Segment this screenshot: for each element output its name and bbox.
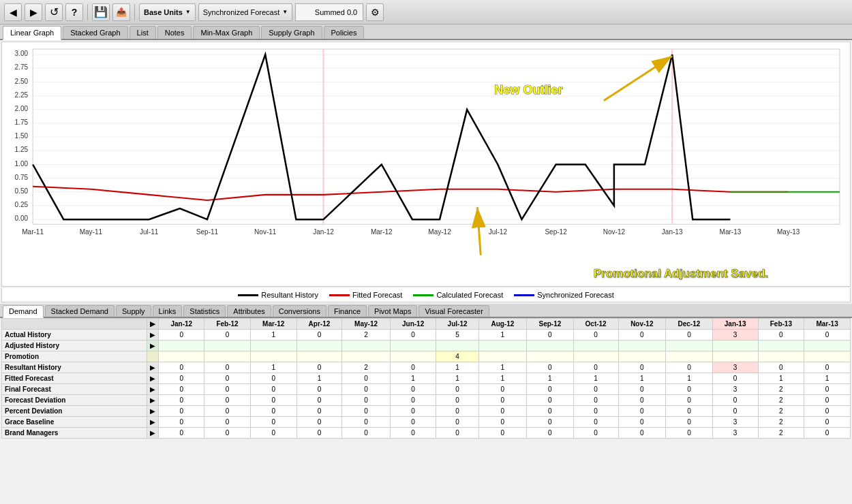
svg-text:May-13: May-13	[777, 228, 800, 236]
chart-area: 3.00 2.75 2.50 2.25 2.00 1.75 1.50 1.25 …	[1, 42, 851, 287]
tab-linear-graph[interactable]: Linear Graph	[3, 26, 61, 40]
sync-forecast-label: Synchronized Forecast	[203, 8, 280, 16]
help-button[interactable]: ?	[65, 3, 83, 21]
col-header-jun12: Jun-12	[390, 319, 436, 330]
sync-forecast-arrow: ▼	[282, 9, 288, 15]
svg-text:1.75: 1.75	[15, 119, 29, 126]
row-flag-resultant[interactable]: ▶	[147, 362, 159, 373]
svg-text:Jul-12: Jul-12	[489, 228, 508, 236]
svg-text:2.00: 2.00	[15, 105, 29, 112]
sync-forecast-dropdown[interactable]: Synchronized Forecast ▼	[198, 3, 292, 21]
bottom-section: Demand Stacked Demand Supply Links Stati…	[0, 304, 852, 439]
export-button[interactable]: 📤	[112, 3, 130, 21]
refresh-button[interactable]: ↺	[45, 3, 63, 21]
row-flag-adjusted-history[interactable]: ▶	[147, 341, 159, 351]
legend-fitted-forecast: Fitted Forecast	[329, 291, 402, 299]
legend-resultant-history: Resultant History	[238, 291, 318, 299]
row-resultant-history: Resultant History ▶ 0 0 1 0 2 0 1 1 0 0 …	[2, 362, 851, 373]
btab-links[interactable]: Links	[153, 305, 183, 317]
btab-demand[interactable]: Demand	[3, 305, 44, 318]
save-button[interactable]: 💾	[92, 3, 110, 21]
svg-text:0.50: 0.50	[15, 187, 29, 195]
svg-text:2.75: 2.75	[15, 63, 29, 71]
svg-text:New Outlier: New Outlier	[494, 83, 562, 97]
table-header-row: ▶ Jan-12 Feb-12 Mar-12 Apr-12 May-12 Jun…	[2, 319, 851, 330]
tab-minmax-graph[interactable]: Min-Max Graph	[193, 26, 260, 39]
row-label-brand: Brand Managers	[2, 428, 147, 439]
svg-text:Nov-12: Nov-12	[603, 228, 626, 236]
row-label-resultant: Resultant History	[2, 362, 147, 373]
tab-list[interactable]: List	[130, 26, 156, 39]
svg-text:0.75: 0.75	[15, 174, 29, 181]
chart-legend: Resultant History Fitted Forecast Calcul…	[1, 288, 851, 302]
col-header-dec12: Dec-12	[666, 319, 713, 330]
tab-supply-graph[interactable]: Supply Graph	[261, 26, 322, 39]
row-promotion: Promotion 4	[2, 351, 851, 362]
promo-annotation: Promotional Adjustment Saved.	[594, 267, 768, 281]
summed-display: Summed 0.0	[295, 3, 363, 21]
btab-stacked-demand[interactable]: Stacked Demand	[45, 305, 115, 317]
row-flag-promotion[interactable]	[147, 351, 159, 362]
row-label-adjusted-history: Adjusted History	[2, 341, 147, 351]
col-header-apr12: Apr-12	[296, 319, 342, 330]
svg-text:Sep-11: Sep-11	[196, 228, 219, 236]
svg-text:1.50: 1.50	[15, 132, 29, 140]
legend-calculated-forecast: Calculated Forecast	[413, 291, 503, 299]
btab-conversions[interactable]: Conversions	[273, 305, 326, 317]
legend-sync-forecast: Synchronized Forecast	[514, 291, 614, 299]
btab-pivot-maps[interactable]: Pivot Maps	[368, 305, 417, 317]
col-header-sep12: Sep-12	[527, 319, 574, 330]
tab-stacked-graph[interactable]: Stacked Graph	[63, 26, 127, 39]
tab-notes[interactable]: Notes	[157, 26, 192, 39]
col-header-flag: ▶	[147, 319, 159, 330]
svg-text:0.25: 0.25	[15, 201, 29, 208]
col-header-label	[2, 319, 147, 330]
legend-label-sync: Synchronized Forecast	[537, 291, 614, 299]
row-label-deviation: Forecast Deviation	[2, 395, 147, 406]
row-percent-deviation: Percent Deviation ▶ 0 0 0 0 0 0 0 0 0 0 …	[2, 406, 851, 417]
legend-line-sync	[514, 294, 534, 296]
data-table-container: ▶ Jan-12 Feb-12 Mar-12 Apr-12 May-12 Jun…	[1, 318, 851, 439]
svg-text:2.25: 2.25	[15, 91, 29, 99]
svg-text:May-12: May-12	[428, 228, 451, 236]
btab-statistics[interactable]: Statistics	[183, 305, 226, 317]
col-header-feb13: Feb-13	[758, 319, 804, 330]
svg-text:1.25: 1.25	[15, 146, 29, 153]
legend-line-resultant	[238, 294, 258, 296]
base-units-arrow: ▼	[185, 9, 191, 15]
chart-svg: 3.00 2.75 2.50 2.25 2.00 1.75 1.50 1.25 …	[2, 42, 850, 286]
btab-supply[interactable]: Supply	[116, 305, 151, 317]
btab-visual-forecaster[interactable]: Visual Forecaster	[419, 305, 489, 317]
col-header-jul12: Jul-12	[436, 319, 478, 330]
row-flag-grace[interactable]: ▶	[147, 417, 159, 428]
forward-button[interactable]: ▶	[25, 3, 42, 21]
svg-text:Jul-11: Jul-11	[140, 228, 159, 236]
row-label-pct-deviation: Percent Deviation	[2, 406, 147, 417]
btab-attributes[interactable]: Attributes	[227, 305, 271, 317]
main-tab-bar: Linear Graph Stacked Graph List Notes Mi…	[0, 25, 852, 40]
tab-policies[interactable]: Policies	[324, 26, 365, 39]
col-header-oct12: Oct-12	[573, 319, 618, 330]
row-flag-fitted[interactable]: ▶	[147, 373, 159, 384]
base-units-dropdown[interactable]: Base Units ▼	[139, 3, 196, 21]
row-flag-brand[interactable]: ▶	[147, 428, 159, 439]
back-button[interactable]: ◀	[4, 3, 22, 21]
col-header-jan13: Jan-13	[712, 319, 758, 330]
row-flag-pct-deviation[interactable]: ▶	[147, 406, 159, 417]
svg-text:Nov-11: Nov-11	[254, 228, 277, 236]
svg-text:Mar-13: Mar-13	[720, 228, 742, 236]
col-header-mar13: Mar-13	[804, 319, 851, 330]
settings-button[interactable]: ⚙	[366, 3, 384, 21]
row-flag-actual-history[interactable]: ▶	[147, 330, 159, 341]
col-header-may12: May-12	[342, 319, 390, 330]
row-label-fitted: Fitted Forecast	[2, 373, 147, 384]
btab-finance[interactable]: Finance	[328, 305, 367, 317]
bottom-tab-bar: Demand Stacked Demand Supply Links Stati…	[0, 304, 852, 318]
col-header-aug12: Aug-12	[478, 319, 526, 330]
svg-text:2.50: 2.50	[15, 77, 29, 84]
legend-line-fitted	[329, 294, 350, 296]
row-flag-final[interactable]: ▶	[147, 384, 159, 395]
row-label-actual-history: Actual History	[2, 330, 147, 341]
row-flag-deviation[interactable]: ▶	[147, 395, 159, 406]
svg-text:Jan-12: Jan-12	[313, 228, 334, 236]
